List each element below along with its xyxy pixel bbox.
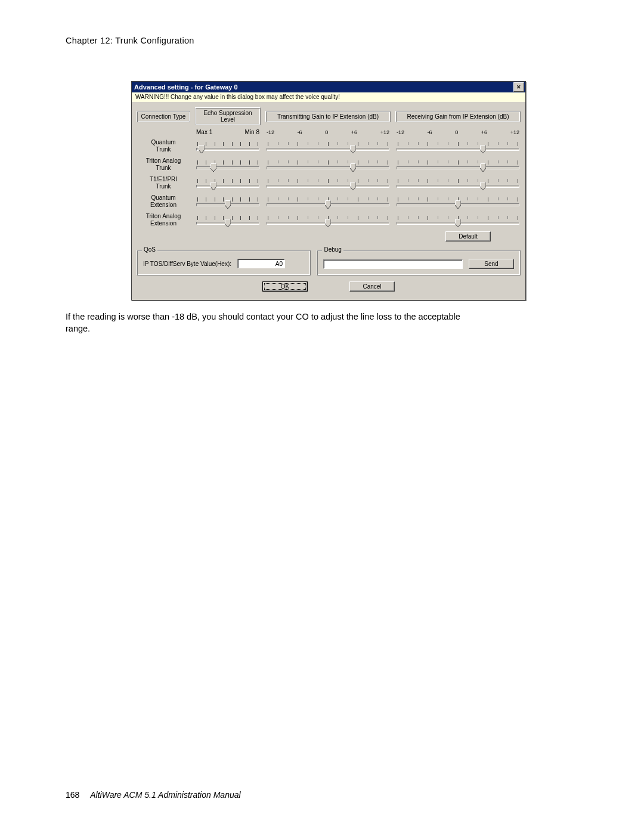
- echo-scale-labels: Max 1 Min 8: [195, 129, 261, 135]
- dialog-titlebar: Advanced setting - for Gateway 0 ✕: [132, 82, 525, 92]
- rx-gain-slider-2[interactable]: [395, 176, 521, 190]
- qos-legend: QoS: [142, 246, 157, 253]
- svg-marker-27: [225, 200, 231, 209]
- row-label: T1/E1/PRITrunk: [137, 174, 190, 192]
- svg-marker-0: [199, 145, 205, 153]
- slider-thumb-icon[interactable]: [480, 182, 486, 190]
- dialog-title: Advanced setting - for Gateway 0: [134, 83, 238, 91]
- advanced-settings-dialog: Advanced setting - for Gateway 0 ✕ WARNI…: [131, 81, 526, 301]
- svg-marker-30: [325, 200, 331, 209]
- book-title: AltiWare ACM 5.1 Administration Manual: [90, 790, 240, 800]
- echo-slider-0[interactable]: [195, 140, 261, 153]
- send-button[interactable]: Send: [469, 259, 514, 269]
- debug-legend: Debug: [322, 246, 343, 253]
- svg-marker-36: [225, 219, 231, 227]
- row-label: Triton AnalogTrunk: [137, 155, 190, 174]
- close-icon[interactable]: ✕: [513, 82, 524, 92]
- slider-thumb-icon[interactable]: [350, 182, 356, 190]
- rx-scale-labels: -12 -6 0 +6 +12: [395, 129, 521, 135]
- svg-marker-15: [480, 163, 486, 172]
- tx-gain-slider-4[interactable]: [265, 213, 391, 227]
- dialog-warning: WARNING!!! Change any value in this dial…: [132, 92, 525, 103]
- rx-gain-slider-4[interactable]: [395, 213, 521, 227]
- row-label: Triton AnalogExtension: [137, 210, 190, 229]
- row-label: QuantumTrunk: [137, 137, 190, 155]
- echo-slider-2[interactable]: [195, 176, 261, 190]
- svg-marker-6: [480, 145, 486, 153]
- col-tx-gain: Transmitting Gain to IP Extension (dB): [265, 111, 391, 122]
- tx-scale-labels: -12 -6 0 +6 +12: [265, 129, 391, 135]
- tx-gain-slider-1[interactable]: [265, 158, 391, 171]
- slider-thumb-icon[interactable]: [480, 163, 486, 172]
- echo-slider-4[interactable]: [195, 213, 261, 227]
- svg-marker-3: [350, 145, 356, 153]
- tx-gain-slider-0[interactable]: [265, 140, 391, 153]
- default-button[interactable]: Default: [445, 231, 491, 241]
- echo-min-label: Min 8: [245, 129, 259, 135]
- slider-thumb-icon[interactable]: [350, 163, 356, 172]
- chapter-heading: Chapter 12: Trunk Configuration: [66, 36, 578, 45]
- debug-input[interactable]: [323, 259, 463, 269]
- qos-label: IP TOS/DiffServ Byte Value(Hex):: [143, 261, 231, 267]
- echo-slider-1[interactable]: [195, 158, 261, 171]
- body-paragraph: If the reading is worse than -18 dB, you…: [66, 311, 483, 335]
- slider-thumb-icon[interactable]: [225, 219, 231, 227]
- ok-button[interactable]: OK: [262, 281, 308, 292]
- svg-marker-42: [455, 219, 461, 227]
- svg-marker-12: [350, 163, 356, 172]
- svg-marker-24: [480, 182, 486, 190]
- col-connection-type: Connection Type: [137, 111, 190, 122]
- tx-gain-slider-2[interactable]: [265, 176, 391, 190]
- slider-thumb-icon[interactable]: [325, 200, 331, 209]
- slider-thumb-icon[interactable]: [455, 219, 461, 227]
- cancel-button[interactable]: Cancel: [349, 281, 395, 292]
- slider-thumb-icon[interactable]: [210, 163, 216, 172]
- rx-gain-slider-0[interactable]: [395, 140, 521, 153]
- page-number: 168: [66, 790, 79, 800]
- svg-marker-33: [455, 200, 461, 209]
- qos-group: QoS IP TOS/DiffServ Byte Value(Hex):: [137, 250, 311, 275]
- rx-gain-slider-3[interactable]: [395, 195, 521, 208]
- page-footer: 168 AltiWare ACM 5.1 Administration Manu…: [66, 790, 241, 800]
- svg-marker-39: [325, 219, 331, 227]
- slider-thumb-icon[interactable]: [350, 145, 356, 153]
- echo-max-label: Max 1: [196, 129, 212, 135]
- echo-slider-3[interactable]: [195, 195, 261, 208]
- rx-gain-slider-1[interactable]: [395, 158, 521, 171]
- svg-marker-21: [350, 182, 356, 190]
- debug-group: Debug Send: [317, 250, 521, 275]
- slider-thumb-icon[interactable]: [325, 219, 331, 227]
- col-echo-suppression: Echo Suppression Level: [195, 107, 261, 125]
- col-rx-gain: Receiving Gain from IP Extension (dB): [395, 111, 521, 122]
- slider-thumb-icon[interactable]: [225, 200, 231, 209]
- svg-marker-9: [210, 163, 216, 172]
- svg-marker-18: [210, 182, 216, 190]
- slider-thumb-icon[interactable]: [210, 182, 216, 190]
- qos-value-input[interactable]: [237, 259, 285, 268]
- row-label: QuantumExtension: [137, 192, 190, 210]
- slider-thumb-icon[interactable]: [455, 200, 461, 209]
- slider-thumb-icon[interactable]: [199, 145, 205, 153]
- tx-gain-slider-3[interactable]: [265, 195, 391, 208]
- slider-thumb-icon[interactable]: [480, 145, 486, 153]
